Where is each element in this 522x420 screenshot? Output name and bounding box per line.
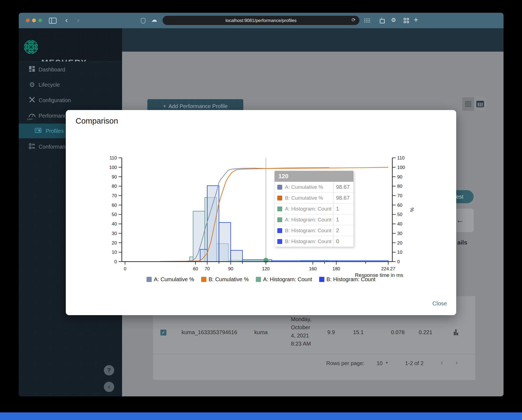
view-chart-button[interactable] (454, 329, 460, 335)
url-bar[interactable]: localhost:9081/performance/profiles ⟳ (163, 16, 359, 25)
tooltip-row: B: Histogram: Count2 (275, 225, 353, 236)
tooltip-row: B: Histogram: Count0 (275, 236, 353, 247)
help-button[interactable]: ? (104, 365, 114, 375)
tooltip-series-label: B: Histogram: Count (285, 239, 333, 245)
svg-text:70: 70 (112, 193, 117, 198)
zoom-window-button[interactable] (38, 18, 42, 22)
cloud-icon[interactable]: ☁ (151, 16, 157, 23)
forward-button[interactable]: › (77, 15, 79, 25)
table-view-button[interactable] (474, 97, 486, 111)
legend-item[interactable]: B: Histogram: Count (319, 276, 375, 283)
tooltip-header: 120 (275, 171, 353, 182)
svg-text:40: 40 (397, 221, 402, 227)
screen: ‹ › ☁ localhost:9081/performance/profile… (0, 0, 522, 420)
svg-text:0: 0 (114, 259, 117, 264)
svg-text:20: 20 (397, 240, 402, 246)
svg-text:30: 30 (112, 231, 117, 236)
back-button[interactable]: ‹ (65, 15, 68, 25)
series-swatch (277, 185, 282, 190)
comparison-modal: Comparison 00101020203030404050506060707… (66, 110, 456, 315)
caret-down-icon[interactable]: ▾ (386, 360, 388, 365)
tooltip-row: B: Cumulative %98.67 (275, 193, 353, 203)
legend-item[interactable]: A: Histogram: Count (256, 276, 312, 283)
series-swatch (277, 217, 282, 222)
sidebar-item-dashboard[interactable]: Dashboard (19, 62, 122, 77)
svg-text:80: 80 (112, 184, 117, 189)
new-tab-button[interactable]: + (414, 17, 418, 23)
svg-text:30: 30 (397, 231, 402, 236)
svg-text:20: 20 (112, 240, 117, 246)
svg-text:90: 90 (112, 174, 117, 180)
svg-text:10: 10 (112, 250, 117, 255)
tooltip-row: A: Cumulative %98.67 (275, 182, 353, 193)
details-text-fragment: ails (457, 239, 467, 246)
cell-p99: 0.221 (419, 329, 432, 336)
minimize-window-button[interactable] (32, 18, 36, 22)
svg-text:70: 70 (397, 193, 402, 198)
configuration-tools-icon (29, 96, 36, 104)
svg-text:70: 70 (205, 266, 210, 271)
table-view-icon (476, 101, 484, 107)
svg-text:224.27: 224.27 (381, 266, 395, 271)
tab-overview-icon[interactable] (404, 18, 409, 23)
legend-item[interactable]: A: Cumulative % (147, 276, 194, 283)
svg-text:60: 60 (112, 203, 117, 208)
grid-view-icon (465, 101, 471, 107)
svg-text:180: 180 (333, 266, 340, 271)
settings-gear-icon[interactable]: ⚙ (391, 17, 396, 23)
cell-date: Monday, October 4, 2021 8:23 AM (291, 315, 311, 348)
svg-text:50: 50 (112, 212, 117, 217)
smp-label: SMP (27, 118, 33, 121)
comparison-chart: 0010102020303040405050606070708080909010… (105, 151, 417, 278)
traffic-lights (26, 18, 42, 22)
row-checkbox[interactable]: ✓ (160, 330, 166, 336)
sidebar-item-configuration[interactable]: Configuration (19, 93, 122, 107)
divider (153, 354, 475, 354)
grid-view-button[interactable] (462, 97, 474, 111)
privacy-shield-icon[interactable] (141, 18, 145, 24)
tooltip-series-value: 1 (333, 214, 353, 225)
svg-text:100: 100 (397, 165, 405, 170)
sidebar-item-label: Dashboard (39, 67, 65, 73)
tooltip-series-label: A: Cumulative % (285, 184, 333, 190)
tooltip-series-label: A: Histogram: Count (285, 217, 333, 223)
close-button[interactable]: Close (432, 300, 447, 307)
logo-area: MESHERY (19, 28, 122, 61)
series-swatch (277, 196, 282, 200)
extensions-grid-icon[interactable] (364, 18, 370, 23)
sidebar-item-label: Configuration (39, 97, 71, 104)
next-page-button[interactable]: › (455, 358, 458, 367)
tooltip-row: A: Histogram: Count1 (275, 203, 353, 214)
lifecycle-gears-icon: ⚙ (29, 81, 36, 89)
sidebar-item-lifecycle[interactable]: ⚙ Lifecycle (19, 78, 122, 92)
sidebar-toggle-icon[interactable] (49, 18, 57, 24)
sidebar-item-label: Profiles (46, 128, 64, 134)
refresh-icon[interactable]: ⟳ (352, 17, 356, 23)
tooltip-row: A: Histogram: Count1 (275, 214, 353, 225)
series-swatch (277, 206, 282, 211)
legend-label: B: Cumulative % (209, 276, 249, 283)
left-arrow-icon: ← (456, 216, 464, 225)
collapse-sidebar-button[interactable]: ‹ (104, 382, 114, 392)
rows-per-page-label: Rows per page: (326, 360, 364, 366)
legend-swatch (256, 277, 261, 282)
meshery-logo-icon (24, 40, 38, 54)
cell-mesh-name: kuma (254, 329, 268, 336)
y-axis-right-label: % (409, 208, 415, 212)
legend-label: B: Histogram: Count (327, 276, 375, 283)
legend-item[interactable]: B: Cumulative % (201, 276, 249, 283)
cell-qps: 9.9 (327, 329, 335, 336)
svg-text:60: 60 (193, 266, 198, 271)
bottom-blue-strip (0, 412, 522, 420)
svg-text:100: 100 (109, 165, 117, 170)
svg-text:80: 80 (397, 184, 402, 189)
svg-text:60: 60 (397, 203, 402, 208)
sidebar-item-label: Performance (39, 113, 70, 119)
legend-label: A: Histogram: Count (263, 276, 312, 283)
chart-legend: A: Cumulative %B: Cumulative %A: Histogr… (105, 276, 417, 283)
rows-per-page-select[interactable]: 10 (377, 360, 383, 366)
svg-text:40: 40 (112, 221, 117, 227)
chart-tooltip: 120 A: Cumulative %98.67B: Cumulative %9… (274, 171, 354, 247)
close-window-button[interactable] (26, 18, 30, 22)
previous-page-button[interactable]: ‹ (441, 358, 443, 367)
